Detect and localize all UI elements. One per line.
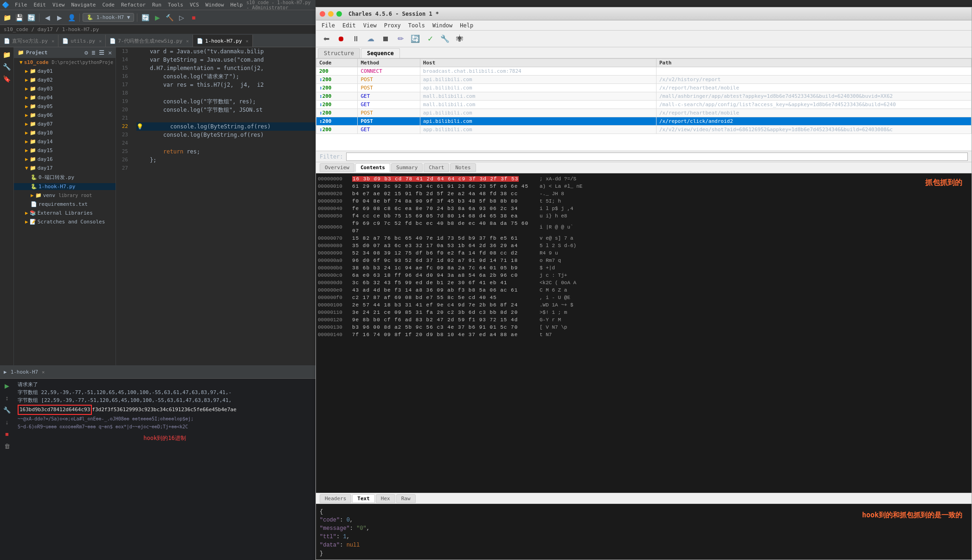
- menu-edit[interactable]: Edit: [31, 1, 49, 9]
- bookmark-icon[interactable]: 🔖: [1, 73, 13, 84]
- code-lines[interactable]: var d = Java.use("tv.danmaku.bilip var B…: [135, 47, 315, 365]
- tab-zhixie[interactable]: 📄 直写so方法.py ✕: [0, 35, 58, 47]
- menu-help[interactable]: Help: [228, 1, 246, 9]
- win-close-btn[interactable]: [320, 11, 325, 17]
- tree-day07[interactable]: ▶📁day07: [14, 120, 116, 128]
- close-tab-utils[interactable]: ✕: [99, 38, 102, 44]
- run-config-btn[interactable]: ▷: [176, 13, 187, 23]
- tab-7-code[interactable]: 📄 7-代码整合生成newSig.py ✕: [106, 35, 193, 47]
- table-row[interactable]: ↕200 GET mall.bilibili.com /mall-c-searc…: [316, 101, 972, 109]
- c-edit-btn[interactable]: ✏: [394, 32, 407, 45]
- c-menu-view[interactable]: View: [360, 21, 380, 30]
- back-btn[interactable]: ◀: [42, 13, 52, 23]
- tree-0-port[interactable]: 🐍0-端口转发.py: [14, 172, 116, 182]
- close-run-tab[interactable]: ✕: [42, 369, 45, 375]
- table-row[interactable]: ↕200 POST api.bilibili.com /x/report/hea…: [316, 84, 972, 92]
- tree-venv[interactable]: ▶📁venvlibrary root: [14, 191, 116, 200]
- c-refresh-btn[interactable]: 🔄: [409, 32, 422, 45]
- close-tab-1hook[interactable]: ✕: [246, 38, 249, 44]
- filter-input[interactable]: [346, 153, 968, 161]
- tree-ext-libs[interactable]: ▶📚External Libraries: [14, 209, 116, 217]
- tree-day10[interactable]: ▶📁day10: [14, 128, 116, 137]
- menu-navigate[interactable]: Navigate: [69, 1, 99, 9]
- run-tab-label[interactable]: 1-hook-H7: [11, 369, 39, 375]
- detail-tab-summary[interactable]: Summary: [391, 163, 423, 172]
- run-clear-btn[interactable]: 🗑: [2, 441, 12, 451]
- table-row[interactable]: ↕200 GET app.bilibili.com /x/v2/view/vid…: [316, 126, 972, 134]
- c-menu-file[interactable]: File: [318, 21, 339, 30]
- open-project-btn[interactable]: 📁: [2, 13, 12, 23]
- tree-day14[interactable]: ▶📁day14: [14, 137, 116, 146]
- project-icon[interactable]: 📁: [1, 49, 13, 60]
- user-btn[interactable]: 👤: [66, 13, 77, 23]
- c-stop-btn[interactable]: ⏹: [379, 32, 392, 45]
- table-row[interactable]: ↕200 POST api.bilibili.com /x/report/hea…: [316, 109, 972, 117]
- b-tab-raw[interactable]: Raw: [396, 494, 416, 503]
- tree-s10code[interactable]: ▼ s10_code D:\project\pythonProje: [14, 58, 116, 67]
- stop-btn[interactable]: ■: [188, 13, 199, 23]
- detail-tab-contents[interactable]: Contents: [355, 163, 390, 172]
- menu-run[interactable]: Run: [149, 1, 164, 9]
- c-arrow-btn[interactable]: ⬅: [320, 32, 333, 45]
- tree-day01[interactable]: ▶📁day01: [14, 67, 116, 76]
- code-area[interactable]: 13 14 15 16 17 18 19 20 21 22 23 24 25 2…: [116, 47, 315, 365]
- table-row-selected[interactable]: ↕200 POST api.bilibili.com /x/report/cli…: [316, 117, 972, 126]
- c-clear-btn[interactable]: ☁: [364, 32, 377, 45]
- tree-day16[interactable]: ▶📁day16: [14, 155, 116, 164]
- b-tab-text[interactable]: Text: [352, 494, 375, 503]
- branch-selector[interactable]: 🐍 1-hook-H7 ▼: [83, 13, 134, 22]
- menu-window[interactable]: Window: [203, 1, 227, 9]
- save-btn[interactable]: 💾: [14, 13, 24, 23]
- c-menu-proxy[interactable]: Proxy: [380, 21, 405, 30]
- tree-day15[interactable]: ▶📁day15: [14, 146, 116, 155]
- table-row[interactable]: ↕200 POST api.bilibili.com /x/v2/history…: [316, 76, 972, 84]
- close-tab-7code[interactable]: ✕: [186, 38, 189, 44]
- menu-refactor[interactable]: Refactor: [118, 1, 148, 9]
- c-spider-btn[interactable]: 🕷: [453, 32, 466, 45]
- c-record-btn[interactable]: ⏺: [335, 32, 348, 45]
- detail-tab-chart[interactable]: Chart: [424, 163, 449, 172]
- tree-day06[interactable]: ▶📁day06: [14, 111, 116, 120]
- structure-icon[interactable]: 🔧: [1, 61, 13, 72]
- tab-structure[interactable]: Structure: [318, 48, 360, 58]
- tree-day04[interactable]: ▶📁day04: [14, 93, 116, 102]
- tab-utils[interactable]: 📄 utils.py ✕: [58, 35, 106, 47]
- c-check-btn[interactable]: ✓: [424, 32, 437, 45]
- table-row[interactable]: ↕200 GET mall.bilibili.com /mall/ashbrin…: [316, 92, 972, 101]
- win-min-btn[interactable]: [328, 11, 334, 17]
- tab-1-hook[interactable]: 📄 1-hook-H7.py ✕: [193, 35, 253, 47]
- menu-tools[interactable]: Tools: [165, 1, 186, 9]
- detail-tab-notes[interactable]: Notes: [450, 163, 476, 172]
- run-stop-btn[interactable]: ■: [2, 429, 12, 439]
- run-scroll-end-btn[interactable]: ↓: [2, 417, 12, 427]
- tree-day02[interactable]: ▶📁day02: [14, 76, 116, 84]
- tree-day17[interactable]: ▼📁day17: [14, 164, 116, 172]
- table-row[interactable]: 200 CONNECT broadcast.chat.bilibili.com:…: [316, 67, 972, 76]
- debug-btn[interactable]: ▶: [152, 13, 162, 23]
- run-settings-btn[interactable]: 🔧: [2, 405, 12, 415]
- tree-day05[interactable]: ▶📁day05: [14, 102, 116, 111]
- sync-btn[interactable]: 🔄: [26, 13, 36, 23]
- b-tab-headers[interactable]: Headers: [320, 494, 351, 503]
- refresh-btn[interactable]: 🔄: [140, 13, 150, 23]
- menu-view[interactable]: View: [50, 1, 68, 9]
- run-scroll-btn[interactable]: ↕: [2, 393, 12, 403]
- tree-1-hook[interactable]: 🐍1-hook-H7.py: [14, 182, 116, 191]
- build-btn[interactable]: 🔨: [164, 13, 174, 23]
- forward-btn[interactable]: ▶: [54, 13, 64, 23]
- tree-day03[interactable]: ▶📁day03: [14, 84, 116, 93]
- b-tab-hex[interactable]: Hex: [376, 494, 395, 503]
- c-menu-help[interactable]: Help: [456, 21, 477, 30]
- c-menu-edit[interactable]: Edit: [339, 21, 360, 30]
- win-max-btn[interactable]: [336, 11, 342, 17]
- c-pause-btn[interactable]: ⏸: [349, 32, 362, 45]
- sidebar-settings[interactable]: ⚙ ≡ ☰ ✕: [84, 49, 112, 56]
- c-menu-tools[interactable]: Tools: [405, 21, 429, 30]
- close-tab-zhixie[interactable]: ✕: [51, 38, 54, 44]
- menu-code[interactable]: Code: [99, 1, 117, 9]
- menu-vcs[interactable]: VCS: [187, 1, 202, 9]
- menu-file[interactable]: File: [12, 1, 30, 9]
- run-restart-btn[interactable]: ▶: [2, 381, 12, 391]
- detail-tab-overview[interactable]: Overview: [320, 163, 354, 172]
- c-tools-btn[interactable]: 🔧: [438, 32, 451, 45]
